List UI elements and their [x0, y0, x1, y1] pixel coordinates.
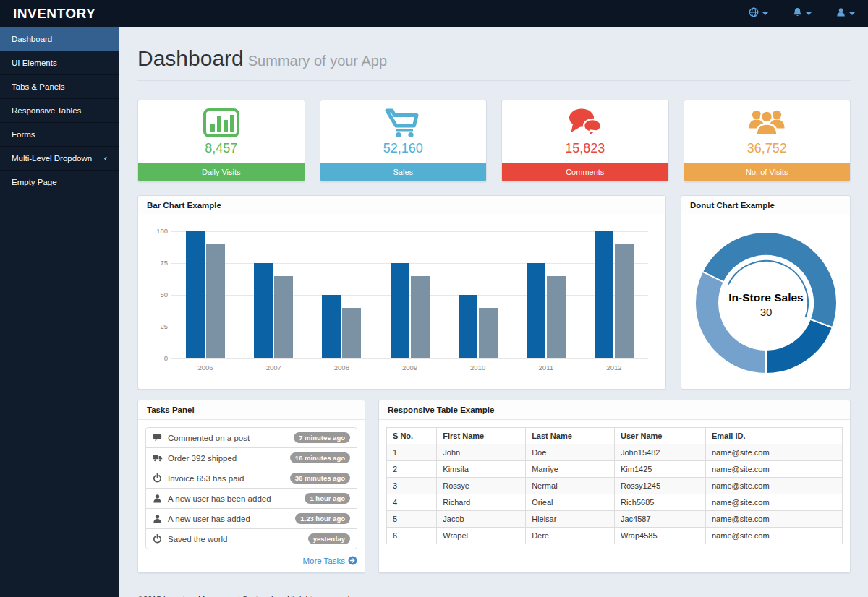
task-item[interactable]: Invoice 653 has paid36 minutes ago — [146, 468, 357, 488]
task-text: Order 392 shipped — [168, 454, 290, 463]
table-cell: 2 — [387, 461, 437, 478]
table-row: 1JohnDoeJohn15482name@site.com — [387, 444, 843, 461]
table-cell: 4 — [387, 494, 437, 511]
table-cell: Marriye — [526, 461, 615, 478]
bar-2010-series-b[interactable] — [479, 308, 498, 358]
task-time-badge: yesterday — [308, 533, 350, 544]
donut-segment-download-sales[interactable] — [766, 319, 833, 374]
table-header-cell: Last Name — [526, 428, 615, 444]
table-cell: Jac4587 — [614, 511, 705, 528]
table-cell: name@site.com — [705, 461, 842, 478]
stat-value: 15,823 — [502, 141, 668, 156]
bar-2007-series-a[interactable] — [254, 263, 273, 358]
top-navbar: INVENTORY — [0, 0, 868, 27]
comment-icon — [153, 433, 163, 442]
table-cell: name@site.com — [705, 511, 842, 528]
bell-icon — [793, 7, 802, 20]
globe-dropdown[interactable] — [749, 7, 768, 20]
bar-2008-series-a[interactable] — [322, 295, 341, 358]
table-cell: Hielsar — [526, 511, 615, 528]
task-time-badge: 7 minutes ago — [294, 432, 350, 443]
table-cell: Wrap4585 — [614, 528, 705, 544]
sidebar-item-empty-page[interactable]: Empty Page — [0, 171, 119, 194]
task-text: A new user has added — [168, 515, 295, 523]
sidebar-item-responsive-tables[interactable]: Responsive Tables — [0, 99, 119, 123]
task-item[interactable]: Commented on a post7 minutes ago — [146, 428, 357, 447]
donut-chart: In-Store Sales30 — [690, 226, 842, 379]
table-cell: Rich5685 — [614, 494, 705, 511]
task-item[interactable]: Order 392 shipped16 minutes ago — [146, 447, 357, 468]
table-header-cell: First Name — [437, 428, 526, 444]
x-tick-label: 2012 — [606, 364, 621, 371]
truck-icon — [153, 453, 163, 463]
tasks-panel: Tasks Panel Commented on a post7 minutes… — [137, 400, 365, 573]
bar-2009-series-b[interactable] — [411, 276, 430, 358]
comments-icon — [502, 107, 668, 139]
user-icon — [153, 514, 163, 524]
user-dropdown[interactable] — [836, 7, 855, 20]
stats-row: 8,457Daily Visits52,160Sales15,823Commen… — [137, 100, 851, 182]
sidebar-item-label: UI Elements — [12, 59, 57, 67]
topbar-icon-menus — [749, 7, 868, 20]
task-item[interactable]: Saved the worldyesterday — [146, 528, 357, 549]
table-header-cell: S No. — [387, 428, 437, 444]
donut-center-label: In-Store Sales — [728, 291, 803, 304]
task-time-badge: 1.23 hour ago — [295, 513, 350, 524]
y-tick-label: 0 — [164, 354, 168, 362]
table-cell: Doe — [526, 444, 615, 461]
table-cell: 1 — [387, 444, 437, 461]
bar-2011-series-a[interactable] — [527, 263, 545, 358]
bar-2008-series-b[interactable] — [342, 308, 361, 358]
more-tasks-link[interactable]: More Tasks — [145, 556, 357, 565]
stat-label[interactable]: Daily Visits — [138, 163, 305, 181]
stat-label[interactable]: Sales — [320, 163, 487, 181]
table-row: 3RossyeNermalRossy1245name@site.com — [387, 478, 843, 494]
users-table: S No.First NameLast NameUser NameEmail I… — [386, 427, 843, 544]
stat-label[interactable]: Comments — [502, 163, 668, 181]
task-item[interactable]: A new user has added1.23 hour ago — [146, 508, 357, 528]
sidebar-item-label: Multi-Level Dropdown — [12, 154, 92, 163]
sidebar-item-multi-level-dropdown[interactable]: Multi-Level Dropdown‹ — [0, 147, 119, 171]
table-cell: John15482 — [614, 444, 705, 461]
arrow-circle-right-icon — [348, 556, 357, 565]
table-cell: name@site.com — [705, 528, 842, 544]
bar-2012-series-a[interactable] — [595, 231, 613, 358]
sidebar-item-dashboard[interactable]: Dashboard — [0, 27, 119, 51]
sidebar-item-ui-elements[interactable]: UI Elements — [0, 51, 119, 75]
main-content: DashboardSummary of your App 8,457Daily … — [119, 0, 868, 597]
sidebar-item-label: Forms — [12, 130, 35, 139]
app-brand[interactable]: INVENTORY — [0, 6, 95, 22]
task-item[interactable]: A new user has been added1 hour ago — [146, 488, 357, 508]
table-row: 5JacobHielsarJac4587name@site.com — [387, 511, 843, 528]
stat-label[interactable]: No. of Visits — [684, 163, 851, 181]
bar-2009-series-a[interactable] — [391, 263, 409, 358]
users-icon — [684, 107, 851, 139]
task-time-badge: 1 hour ago — [305, 493, 350, 504]
table-header-row: S No.First NameLast NameUser NameEmail I… — [387, 428, 843, 444]
page-subtitle: Summary of your App — [248, 53, 387, 69]
bar-2007-series-b[interactable] — [274, 276, 293, 358]
task-time-badge: 36 minutes ago — [290, 473, 350, 484]
table-panel: Responsive Table Example S No.First Name… — [378, 400, 851, 573]
power-icon — [153, 534, 163, 544]
table-panel-title: Responsive Table Example — [379, 400, 850, 420]
sidebar-item-label: Responsive Tables — [12, 106, 81, 115]
sidebar-item-tabs-panels[interactable]: Tabs & Panels — [0, 75, 119, 99]
table-header-cell: User Name — [614, 428, 705, 444]
table-cell: 6 — [387, 528, 437, 544]
table-row: 4RichardOriealRich5685name@site.com — [387, 494, 843, 511]
bar-2011-series-b[interactable] — [547, 276, 566, 358]
bar-2010-series-a[interactable] — [459, 295, 477, 358]
bottom-row: Tasks Panel Commented on a post7 minutes… — [137, 400, 851, 573]
notifications-dropdown[interactable] — [793, 7, 812, 20]
stat-card-sales: 52,160Sales — [320, 100, 488, 182]
bar-2012-series-b[interactable] — [615, 244, 634, 358]
bar-2006-series-a[interactable] — [186, 231, 205, 358]
sidebar-item-forms[interactable]: Forms — [0, 123, 119, 147]
task-text: A new user has been added — [168, 494, 305, 503]
donut-segment-mail-order-sales[interactable] — [695, 272, 766, 374]
y-tick-label: 50 — [160, 291, 168, 298]
caret-down-icon — [806, 12, 812, 15]
bar-2006-series-b[interactable] — [206, 244, 225, 358]
task-text: Invoice 653 has paid — [168, 474, 290, 483]
